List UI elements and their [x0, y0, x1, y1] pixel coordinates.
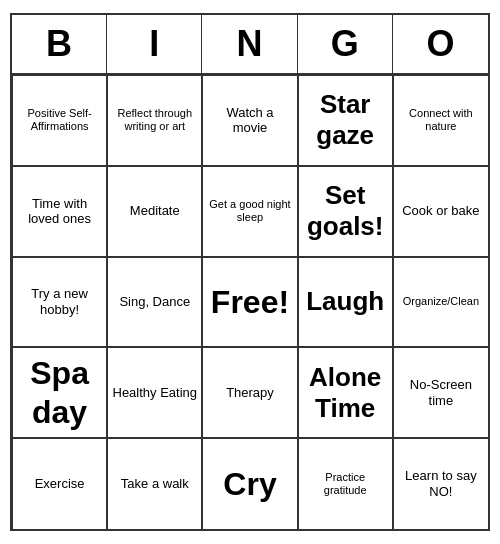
bingo-cell-16: Healthy Eating — [107, 347, 202, 438]
bingo-grid: Positive Self-AffirmationsReflect throug… — [12, 75, 488, 529]
bingo-cell-1: Reflect through writing or art — [107, 75, 202, 166]
bingo-cell-23: Practice gratitude — [298, 438, 393, 529]
header-letter: B — [12, 15, 107, 73]
header-letter: I — [107, 15, 202, 73]
bingo-cell-5: Time with loved ones — [12, 166, 107, 257]
header-letter: N — [202, 15, 297, 73]
bingo-cell-19: No-Screen time — [393, 347, 488, 438]
bingo-cell-7: Get a good night sleep — [202, 166, 297, 257]
bingo-cell-14: Organize/Clean — [393, 257, 488, 348]
bingo-card: BINGO Positive Self-AffirmationsReflect … — [10, 13, 490, 531]
bingo-cell-3: Star gaze — [298, 75, 393, 166]
bingo-cell-17: Therapy — [202, 347, 297, 438]
bingo-cell-0: Positive Self-Affirmations — [12, 75, 107, 166]
header-letter: O — [393, 15, 488, 73]
header-letter: G — [298, 15, 393, 73]
bingo-header: BINGO — [12, 15, 488, 75]
bingo-cell-2: Watch a movie — [202, 75, 297, 166]
bingo-cell-4: Connect with nature — [393, 75, 488, 166]
bingo-cell-20: Exercise — [12, 438, 107, 529]
bingo-cell-11: Sing, Dance — [107, 257, 202, 348]
bingo-cell-15: Spa day — [12, 347, 107, 438]
bingo-cell-12: Free! — [202, 257, 297, 348]
bingo-cell-10: Try a new hobby! — [12, 257, 107, 348]
bingo-cell-24: Learn to say NO! — [393, 438, 488, 529]
bingo-cell-21: Take a walk — [107, 438, 202, 529]
bingo-cell-22: Cry — [202, 438, 297, 529]
bingo-cell-6: Meditate — [107, 166, 202, 257]
bingo-cell-13: Laugh — [298, 257, 393, 348]
bingo-cell-9: Cook or bake — [393, 166, 488, 257]
bingo-cell-18: Alone Time — [298, 347, 393, 438]
bingo-cell-8: Set goals! — [298, 166, 393, 257]
